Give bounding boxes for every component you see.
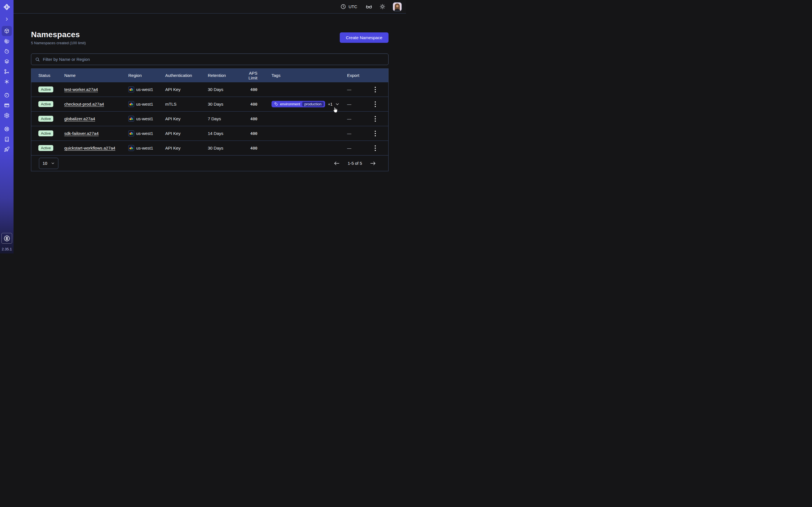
app-version: 2.35.1: [2, 247, 12, 251]
retention-value: 30 Days: [208, 87, 240, 92]
aps-limit-value: 400: [250, 102, 257, 107]
col-header-export: Export: [347, 73, 388, 78]
region-label: us-west1: [136, 131, 153, 136]
retention-value: 14 Days: [208, 131, 240, 136]
credits-button[interactable]: [1, 233, 12, 244]
tag-pill[interactable]: environment production: [271, 101, 325, 107]
aps-limit-value: 400: [250, 146, 257, 151]
row-actions-kebab-menu[interactable]: [372, 100, 378, 108]
namespace-link[interactable]: test-worker.a27a4: [64, 87, 98, 92]
asterisk-icon: [4, 79, 10, 84]
table-row: Active quickstart-workflows.a27a4 us-wes…: [31, 140, 388, 155]
sidebar-item-nexus[interactable]: [2, 76, 12, 87]
namespace-link[interactable]: quickstart-workflows.a27a4: [64, 146, 115, 151]
tag-key: environment: [280, 102, 300, 106]
gauge-icon: [4, 93, 10, 98]
pagination-range: 1-5 of 5: [348, 161, 362, 166]
export-empty-value: —: [347, 102, 351, 107]
gcp-region-icon: [128, 101, 134, 107]
book-sparkles-icon: [4, 136, 10, 142]
retention-value: 30 Days: [208, 146, 240, 151]
sidebar-item-billing[interactable]: [2, 100, 12, 110]
status-badge: Active: [38, 101, 53, 107]
sidebar-item-settings[interactable]: [2, 110, 12, 121]
col-header-name: Name: [64, 73, 128, 78]
sidebar-item-schedules[interactable]: [2, 46, 12, 56]
table-pagination: 10 1-5 of 5: [31, 155, 388, 171]
life-ring-icon: [4, 126, 10, 132]
user-avatar[interactable]: [393, 2, 402, 11]
sidebar: 2.35.1: [0, 0, 13, 253]
export-empty-value: —: [347, 116, 351, 121]
page-size-value: 10: [43, 161, 47, 166]
prev-page-arrow-icon[interactable]: [333, 160, 341, 167]
table-row: Active sdk-failover.a27a4 us-west1 API K…: [31, 126, 388, 140]
credit-card-icon: [4, 103, 10, 108]
timezone-selector[interactable]: UTC: [340, 4, 357, 10]
retention-value: 7 Days: [208, 116, 240, 121]
sidebar-item-workflows[interactable]: [2, 36, 12, 46]
gcp-region-icon: [128, 145, 134, 151]
sidebar-item-namespaces[interactable]: [2, 26, 12, 36]
create-namespace-button[interactable]: Create Namespace: [340, 33, 389, 43]
gcp-region-icon: [128, 130, 134, 136]
tags-expand-chevron-icon[interactable]: [335, 102, 340, 106]
sidebar-item-deployments[interactable]: [2, 66, 12, 76]
row-actions-kebab-menu[interactable]: [372, 86, 378, 94]
retention-value: 30 Days: [208, 102, 240, 107]
next-page-arrow-icon[interactable]: [369, 160, 377, 167]
glasses-icon[interactable]: [366, 3, 372, 10]
table-header-row: Status Name Region Authentication Retent…: [31, 69, 388, 82]
row-actions-kebab-menu[interactable]: [372, 144, 378, 152]
tag-value: production: [302, 102, 324, 107]
sidebar-expand-chevron-icon[interactable]: [4, 17, 9, 21]
export-empty-value: —: [347, 131, 351, 136]
namespace-link[interactable]: globalizer.a27a4: [64, 116, 95, 121]
search-icon: [35, 57, 40, 62]
gcp-region-icon: [128, 87, 134, 93]
sidebar-item-getting-started[interactable]: [2, 144, 12, 154]
filter-input[interactable]: [43, 57, 385, 62]
page-title: Namespaces: [31, 30, 86, 40]
row-actions-kebab-menu[interactable]: [372, 129, 378, 137]
status-badge: Active: [38, 130, 53, 136]
page-size-select[interactable]: 10: [39, 158, 58, 169]
row-actions-kebab-menu[interactable]: [372, 115, 378, 123]
auth-method: API Key: [165, 116, 208, 121]
region-label: us-west1: [136, 87, 153, 92]
tags-more-count: +1: [328, 102, 333, 107]
badge-dollar-icon: [4, 235, 10, 242]
chevron-down-icon: [51, 161, 55, 165]
aps-limit-value: 400: [250, 87, 257, 92]
clock-icon: [340, 4, 346, 10]
sidebar-item-support[interactable]: [2, 124, 12, 134]
status-badge: Active: [38, 87, 53, 93]
export-empty-value: —: [347, 146, 351, 151]
sidebar-item-usage[interactable]: [2, 90, 12, 100]
table-row: Active test-worker.a27a4 us-west1 API Ke…: [31, 82, 388, 97]
topbar: UTC: [13, 0, 406, 13]
namespaces-table: Status Name Region Authentication Retent…: [31, 68, 389, 171]
sidebar-item-docs[interactable]: [2, 134, 12, 144]
region-label: us-west1: [136, 116, 153, 121]
theme-toggle-sun-icon[interactable]: [379, 4, 386, 10]
col-header-retention: Retention: [208, 73, 240, 78]
aps-limit-value: 400: [250, 117, 257, 121]
gcp-region-icon: [128, 116, 134, 122]
auth-method: API Key: [165, 131, 208, 136]
namespace-link[interactable]: sdk-failover.a27a4: [64, 131, 99, 136]
sidebar-item-batch-operations[interactable]: [2, 56, 12, 66]
workflows-rings-icon: [4, 38, 10, 44]
namespaces-cube-icon: [4, 28, 10, 34]
col-header-status: Status: [38, 73, 64, 78]
branch-pipeline-icon: [4, 69, 10, 74]
table-row: Active globalizer.a27a4 us-west1 API Key…: [31, 111, 388, 126]
filter-searchbox[interactable]: [31, 54, 389, 65]
rocket-icon: [4, 147, 10, 152]
tag-icon: [274, 102, 278, 106]
col-header-aps-limit: APS Limit: [240, 71, 271, 80]
gear-icon: [4, 113, 10, 118]
region-label: us-west1: [136, 102, 153, 107]
namespace-link[interactable]: checkout-prod.a27a4: [64, 102, 104, 107]
auth-method: API Key: [165, 87, 208, 92]
